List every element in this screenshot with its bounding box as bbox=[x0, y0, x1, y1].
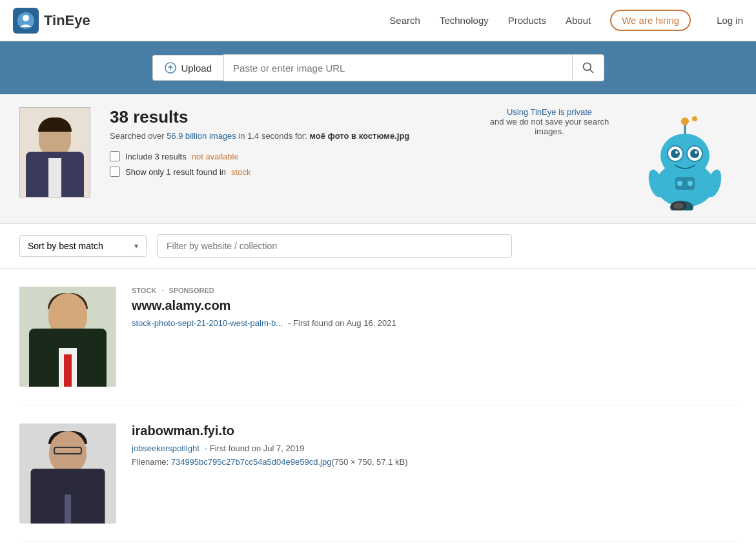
svg-point-10 bbox=[690, 149, 699, 158]
checkbox2-prefix: Show only 1 result found in bbox=[125, 167, 226, 177]
searched-prefix: Searched over bbox=[110, 131, 167, 141]
result-link[interactable]: stock-photo-sept-21-2010-west-palm-b... bbox=[132, 318, 283, 328]
query-image bbox=[19, 107, 90, 198]
checkbox1-prefix: Include 3 results bbox=[125, 152, 187, 161]
nav-technology[interactable]: Technology bbox=[440, 15, 489, 26]
filename-label: Filename: bbox=[132, 457, 171, 467]
svg-point-15 bbox=[692, 116, 697, 121]
chevron-down-icon: ▾ bbox=[134, 241, 138, 250]
logo-link[interactable]: TinEye bbox=[13, 8, 90, 34]
result-found: - First found on Jul 7, 2019 bbox=[205, 443, 305, 453]
nav-products[interactable]: Products bbox=[508, 15, 546, 26]
result-found: - First found on Aug 16, 2021 bbox=[288, 318, 396, 328]
logo-icon bbox=[13, 8, 39, 34]
tag-sponsored: SPONSORED bbox=[169, 287, 214, 294]
nav-search[interactable]: Search bbox=[389, 15, 420, 26]
result-meta-line: stock-photo-sept-21-2010-west-palm-b... … bbox=[132, 318, 737, 328]
search-button[interactable] bbox=[573, 54, 604, 81]
query-filename: моё фото в костюме.jpg bbox=[309, 131, 409, 141]
upload-button[interactable]: Upload bbox=[152, 55, 224, 81]
robot-illustration bbox=[640, 107, 730, 210]
table-row: irabowman.fyi.to jobseekerspotlight - Fi… bbox=[19, 405, 737, 542]
not-available-link[interactable]: not available bbox=[192, 152, 239, 161]
result-tags: STOCK · SPONSORED bbox=[132, 287, 737, 294]
result-thumbnail bbox=[19, 287, 116, 387]
nav-links: Search Technology Products About We are … bbox=[389, 10, 691, 31]
checkbox-stock-row: Show only 1 result found in stock bbox=[110, 167, 465, 177]
result-info: irabowman.fyi.to jobseekerspotlight - Fi… bbox=[132, 423, 737, 467]
nav-hiring-button[interactable]: We are hiring bbox=[610, 10, 691, 31]
search-bar-inner: Upload bbox=[152, 54, 604, 81]
navbar: TinEye Search Technology Products About … bbox=[0, 0, 756, 41]
result-thumbnail bbox=[19, 423, 116, 524]
sort-select-wrapper[interactable]: Sort by best match Sort by most changed … bbox=[19, 235, 147, 257]
sort-filter-row: Sort by best match Sort by most changed … bbox=[0, 224, 756, 269]
svg-point-19 bbox=[677, 181, 682, 186]
result-domain: www.alamy.com bbox=[132, 298, 737, 313]
login-link[interactable]: Log in bbox=[717, 15, 743, 26]
filename-meta: (750 × 750, 57.1 kB) bbox=[331, 457, 407, 467]
filter-input[interactable] bbox=[157, 234, 512, 258]
result-filename: Filename: 734995bc795c27b7cc54a5d04e9e59… bbox=[132, 457, 737, 467]
svg-point-12 bbox=[695, 151, 697, 154]
results-meta: Searched over 56.9 billion images in 1.4… bbox=[110, 131, 465, 141]
filename-link[interactable]: 734995bc795c27b7cc54a5d04e9e59cd.jpg bbox=[171, 457, 332, 467]
results-info: 38 results Searched over 56.9 billion im… bbox=[110, 107, 465, 182]
svg-point-14 bbox=[681, 117, 689, 125]
tag-stock: STOCK bbox=[132, 287, 156, 294]
url-input[interactable] bbox=[223, 54, 572, 81]
result-meta-line: jobseekerspotlight - First found on Jul … bbox=[132, 443, 737, 453]
result-link[interactable]: jobseekerspotlight bbox=[132, 443, 199, 453]
sort-dropdown[interactable]: Sort by best match Sort by most changed … bbox=[28, 241, 129, 251]
tag-separator: · bbox=[161, 287, 163, 294]
svg-point-11 bbox=[675, 151, 678, 154]
results-section: 38 results Searched over 56.9 billion im… bbox=[0, 94, 756, 224]
checkbox-unavailable-row: Include 3 results not available bbox=[110, 151, 465, 161]
searched-suffix: in 1.4 seconds for: bbox=[236, 131, 309, 141]
results-list: STOCK · SPONSORED www.alamy.com stock-ph… bbox=[0, 269, 756, 542]
privacy-note: Using TinEye is private and we do not sa… bbox=[485, 107, 614, 136]
svg-point-20 bbox=[688, 181, 693, 186]
stock-link[interactable]: stock bbox=[231, 167, 250, 177]
table-row: STOCK · SPONSORED www.alamy.com stock-ph… bbox=[19, 269, 737, 405]
upload-label: Upload bbox=[181, 63, 212, 74]
results-count: 38 results bbox=[110, 107, 465, 127]
logo-text: TinEye bbox=[44, 12, 90, 29]
svg-line-4 bbox=[589, 70, 593, 73]
nav-about[interactable]: About bbox=[566, 15, 591, 26]
search-bar-section: Upload bbox=[0, 41, 756, 94]
robot-area bbox=[633, 107, 737, 210]
search-icon bbox=[582, 61, 595, 74]
svg-point-9 bbox=[671, 149, 680, 158]
checkbox-stock[interactable] bbox=[110, 167, 120, 177]
searched-count-link[interactable]: 56.9 billion images bbox=[167, 131, 236, 141]
privacy-link[interactable]: Using TinEye is private bbox=[507, 107, 592, 117]
result-info: STOCK · SPONSORED www.alamy.com stock-ph… bbox=[132, 287, 737, 328]
upload-icon bbox=[165, 62, 176, 74]
svg-point-1 bbox=[23, 15, 29, 21]
svg-point-23 bbox=[673, 203, 684, 209]
result-domain: irabowman.fyi.to bbox=[132, 423, 737, 438]
privacy-suffix: and we do not save your search images. bbox=[490, 117, 609, 136]
checkbox-unavailable[interactable] bbox=[110, 151, 120, 161]
